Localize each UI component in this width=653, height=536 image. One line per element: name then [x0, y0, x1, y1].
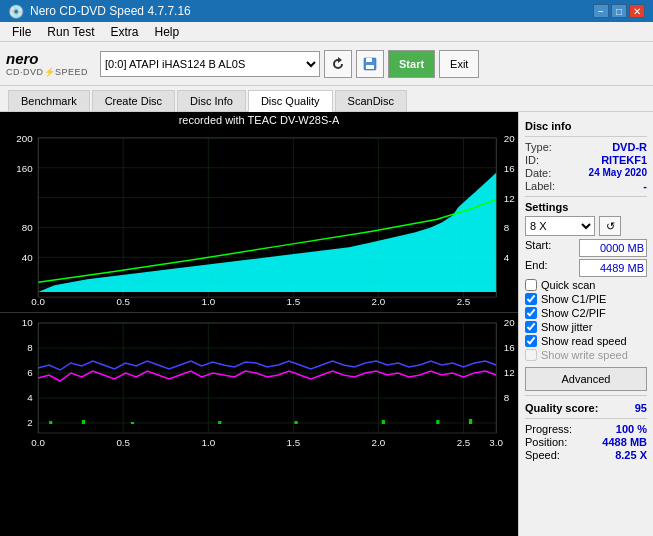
svg-rect-47 [49, 421, 52, 424]
show-c2-pif-checkbox[interactable] [525, 307, 537, 319]
svg-rect-52 [382, 420, 385, 424]
svg-text:8: 8 [504, 223, 509, 233]
svg-text:12: 12 [504, 367, 515, 378]
svg-text:20: 20 [504, 317, 515, 328]
svg-text:1.0: 1.0 [201, 296, 215, 306]
refresh-icon-btn[interactable] [324, 50, 352, 78]
svg-text:2.0: 2.0 [372, 296, 386, 306]
logo-subtext: CD·DVD⚡SPEED [6, 67, 88, 77]
menu-extra[interactable]: Extra [102, 23, 146, 41]
tab-benchmark[interactable]: Benchmark [8, 90, 90, 111]
minimize-button[interactable]: − [593, 4, 609, 18]
disc-type-value: DVD-R [612, 141, 647, 153]
svg-text:2.5: 2.5 [457, 437, 471, 448]
quick-scan-checkbox[interactable] [525, 279, 537, 291]
svg-rect-54 [469, 419, 472, 424]
tab-create-disc[interactable]: Create Disc [92, 90, 175, 111]
right-panel: Disc info Type: DVD-R ID: RITEKF1 Date: … [518, 112, 653, 536]
svg-text:16: 16 [504, 163, 515, 173]
menu-bar: File Run Test Extra Help [0, 22, 653, 42]
tab-bar: Benchmark Create Disc Disc Info Disc Qua… [0, 86, 653, 112]
svg-text:6: 6 [27, 367, 32, 378]
menu-run-test[interactable]: Run Test [39, 23, 102, 41]
toolbar: nero CD·DVD⚡SPEED [0:0] ATAPI iHAS124 B … [0, 42, 653, 86]
quick-scan-label: Quick scan [541, 279, 595, 291]
save-icon-btn[interactable] [356, 50, 384, 78]
show-jitter-checkbox[interactable] [525, 321, 537, 333]
reset-speed-btn[interactable]: ↺ [599, 216, 621, 236]
show-c2-pif-label: Show C2/PIF [541, 307, 606, 319]
start-button[interactable]: Start [388, 50, 435, 78]
quality-value: 95 [635, 402, 647, 414]
speed-select[interactable]: 8 X [525, 216, 595, 236]
progress-section: Progress: 100 % Position: 4488 MB Speed:… [525, 423, 647, 461]
disc-date-value: 24 May 2020 [589, 167, 647, 179]
bottom-chart-svg: 10 8 6 4 2 20 16 12 8 0.0 0.5 1.0 1.5 2.… [0, 313, 518, 458]
tab-disc-info[interactable]: Disc Info [177, 90, 246, 111]
svg-text:12: 12 [504, 193, 515, 203]
top-chart: 200 160 80 40 20 16 12 8 4 0.0 0.5 1.0 1… [0, 128, 518, 313]
maximize-button[interactable]: □ [611, 4, 627, 18]
show-jitter-label: Show jitter [541, 321, 592, 333]
disc-id-label: ID: [525, 154, 539, 166]
start-label: Start: [525, 239, 551, 257]
advanced-button[interactable]: Advanced [525, 367, 647, 391]
top-chart-svg: 200 160 80 40 20 16 12 8 4 0.0 0.5 1.0 1… [0, 128, 518, 312]
end-input[interactable] [579, 259, 647, 277]
svg-text:10: 10 [22, 317, 33, 328]
svg-text:0.5: 0.5 [116, 296, 130, 306]
show-write-speed-label: Show write speed [541, 349, 628, 361]
position-value: 4488 MB [602, 436, 647, 448]
tab-disc-quality[interactable]: Disc Quality [248, 90, 333, 112]
svg-text:3.0: 3.0 [489, 437, 503, 448]
start-input[interactable] [579, 239, 647, 257]
tab-scan-disc[interactable]: ScanDisc [335, 90, 407, 111]
disc-date-label: Date: [525, 167, 551, 179]
settings-title: Settings [525, 201, 647, 213]
bottom-chart: 10 8 6 4 2 20 16 12 8 0.0 0.5 1.0 1.5 2.… [0, 313, 518, 458]
svg-rect-51 [294, 421, 297, 424]
title-bar-text: Nero CD-DVD Speed 4.7.7.16 [30, 4, 191, 18]
svg-text:200: 200 [16, 133, 32, 143]
show-c1-pie-label: Show C1/PIE [541, 293, 606, 305]
disc-type-label: Type: [525, 141, 552, 153]
chart-header-text: recorded with TEAC DV-W28S-A [179, 114, 340, 126]
drive-select[interactable]: [0:0] ATAPI iHAS124 B AL0S [100, 51, 320, 77]
svg-rect-53 [436, 420, 439, 424]
svg-text:0.0: 0.0 [31, 296, 45, 306]
menu-file[interactable]: File [4, 23, 39, 41]
svg-text:160: 160 [16, 163, 32, 173]
svg-text:2.0: 2.0 [372, 437, 386, 448]
svg-text:40: 40 [22, 253, 33, 263]
svg-text:1.0: 1.0 [201, 437, 215, 448]
show-read-speed-label: Show read speed [541, 335, 627, 347]
svg-text:20: 20 [504, 133, 515, 143]
svg-text:2: 2 [27, 417, 32, 428]
title-bar: 💿 Nero CD-DVD Speed 4.7.7.16 − □ ✕ [0, 0, 653, 22]
app-icon: 💿 [8, 4, 24, 19]
position-label: Position: [525, 436, 567, 448]
disc-id-value: RITEKF1 [601, 154, 647, 166]
svg-text:1.5: 1.5 [287, 437, 301, 448]
show-read-speed-checkbox[interactable] [525, 335, 537, 347]
svg-text:4: 4 [27, 392, 32, 403]
disc-label-value: - [643, 180, 647, 192]
svg-text:80: 80 [22, 223, 33, 233]
disc-info-title: Disc info [525, 120, 647, 132]
svg-text:8: 8 [27, 342, 32, 353]
quality-label: Quality score: [525, 402, 598, 414]
svg-text:1.5: 1.5 [287, 296, 301, 306]
svg-rect-48 [82, 420, 85, 424]
progress-value: 100 % [616, 423, 647, 435]
speed-value: 8.25 X [615, 449, 647, 461]
menu-help[interactable]: Help [147, 23, 188, 41]
svg-rect-49 [131, 422, 134, 424]
show-write-speed-checkbox[interactable] [525, 349, 537, 361]
svg-text:4: 4 [504, 253, 509, 263]
chart-area: recorded with TEAC DV-W28S-A [0, 112, 518, 536]
close-button[interactable]: ✕ [629, 4, 645, 18]
svg-text:0.5: 0.5 [116, 437, 130, 448]
exit-button[interactable]: Exit [439, 50, 479, 78]
show-c1-pie-checkbox[interactable] [525, 293, 537, 305]
svg-text:8: 8 [504, 392, 509, 403]
